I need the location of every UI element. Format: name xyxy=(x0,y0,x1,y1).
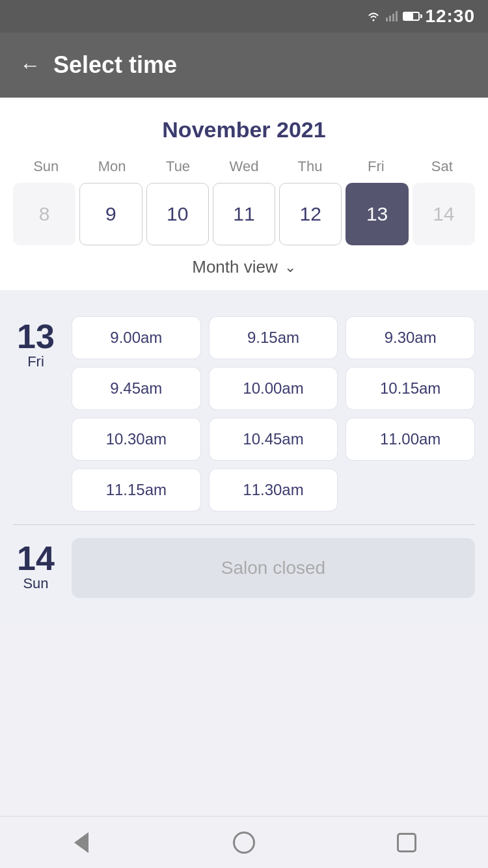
nav-bar xyxy=(0,816,488,868)
day-cell-10[interactable]: 10 xyxy=(146,183,209,245)
svg-rect-1 xyxy=(389,16,391,21)
back-nav-icon xyxy=(74,832,88,853)
month-view-toggle[interactable]: Month view ⌄ xyxy=(13,257,475,277)
day-number-13: 13 xyxy=(17,319,55,353)
day-label-14: 14 Sun xyxy=(13,538,59,598)
time-slot-10-00am[interactable]: 10.00am xyxy=(209,367,338,410)
day-label-13: 13 Fri xyxy=(13,316,59,511)
nav-recents-button[interactable] xyxy=(392,828,421,857)
week-row: 8 9 10 11 12 13 14 xyxy=(13,183,475,245)
back-button[interactable]: ← xyxy=(20,55,40,75)
status-bar: 12:30 xyxy=(0,0,488,33)
time-slots-section: 13 Fri 9.00am 9.15am 9.30am 9.45am 10.00… xyxy=(0,290,488,624)
time-grid-13: 9.00am 9.15am 9.30am 9.45am 10.00am 10.1… xyxy=(72,316,475,511)
salon-closed-box: Salon closed xyxy=(72,538,475,598)
header: ← Select time xyxy=(0,33,488,98)
day-name-fri: Fri xyxy=(27,353,44,370)
day-header-fri: Fri xyxy=(343,158,409,175)
day-cell-12[interactable]: 12 xyxy=(279,183,342,245)
day-header-mon: Mon xyxy=(79,158,144,175)
time-slot-9-30am[interactable]: 9.30am xyxy=(346,316,475,359)
wifi-icon xyxy=(366,11,381,21)
day-name-sun: Sun xyxy=(23,575,48,592)
time-slot-11-30am[interactable]: 11.30am xyxy=(209,468,338,511)
recents-nav-icon xyxy=(397,833,416,852)
day-cell-8[interactable]: 8 xyxy=(13,183,75,245)
month-view-label: Month view xyxy=(192,257,278,277)
month-title: November 2021 xyxy=(13,117,475,142)
battery-icon xyxy=(403,12,420,21)
time-slot-9-15am[interactable]: 9.15am xyxy=(209,316,338,359)
signal-icon xyxy=(386,11,398,21)
day-header-wed: Wed xyxy=(211,158,277,175)
day-cell-13[interactable]: 13 xyxy=(346,183,408,245)
day-header-thu: Thu xyxy=(277,158,343,175)
time-slot-11-00am[interactable]: 11.00am xyxy=(346,418,475,461)
time-slot-10-45am[interactable]: 10.45am xyxy=(209,418,338,461)
time-slot-10-30am[interactable]: 10.30am xyxy=(72,418,201,461)
day-header-tue: Tue xyxy=(145,158,211,175)
time-slot-10-15am[interactable]: 10.15am xyxy=(346,367,475,410)
page-title: Select time xyxy=(53,51,177,79)
time-slot-11-15am[interactable]: 11.15am xyxy=(72,468,201,511)
home-nav-icon xyxy=(233,832,255,854)
nav-home-button[interactable] xyxy=(230,828,258,857)
day-header-sun: Sun xyxy=(13,158,79,175)
nav-back-button[interactable] xyxy=(67,828,96,857)
day-header-sat: Sat xyxy=(409,158,475,175)
day-number-14: 14 xyxy=(17,541,55,575)
time-slot-9-00am[interactable]: 9.00am xyxy=(72,316,201,359)
day-headers: Sun Mon Tue Wed Thu Fri Sat xyxy=(13,158,475,175)
day-cell-11[interactable]: 11 xyxy=(213,183,275,245)
day-cell-9[interactable]: 9 xyxy=(79,183,142,245)
day-cell-14[interactable]: 14 xyxy=(413,183,475,245)
day-section-14: 14 Sun Salon closed xyxy=(13,525,475,611)
status-time: 12:30 xyxy=(425,6,475,27)
svg-rect-2 xyxy=(392,14,394,21)
time-slot-9-45am[interactable]: 9.45am xyxy=(72,367,201,410)
svg-rect-3 xyxy=(396,11,398,21)
day-section-13: 13 Fri 9.00am 9.15am 9.30am 9.45am 10.00… xyxy=(13,303,475,524)
calendar-section: November 2021 Sun Mon Tue Wed Thu Fri Sa… xyxy=(0,98,488,290)
svg-rect-0 xyxy=(386,18,388,21)
chevron-down-icon: ⌄ xyxy=(284,259,296,276)
status-icons: 12:30 xyxy=(366,6,475,27)
